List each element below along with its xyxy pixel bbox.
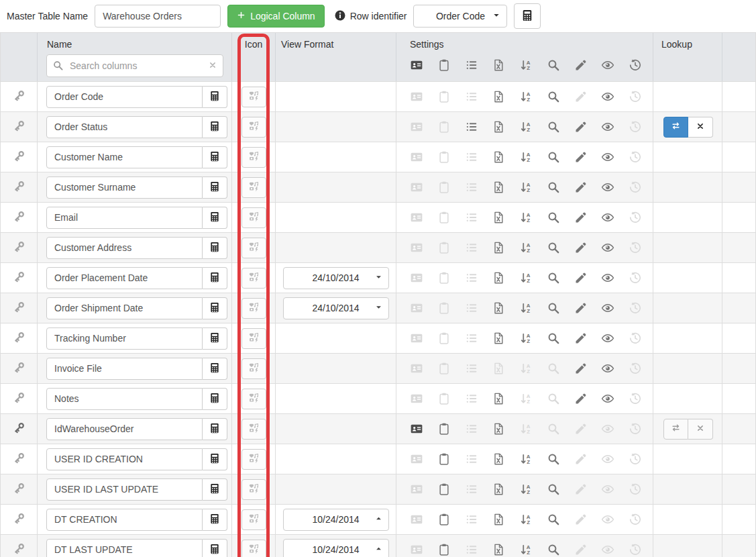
- list-toggle[interactable]: [465, 271, 478, 285]
- history-toggle[interactable]: [629, 150, 642, 164]
- id-card-toggle[interactable]: [410, 211, 423, 224]
- pencil-toggle[interactable]: [574, 90, 588, 103]
- excel-file-toggle[interactable]: [492, 241, 505, 254]
- search-icon[interactable]: [547, 58, 560, 72]
- icon-picker-button[interactable]: [241, 449, 266, 470]
- sort-alpha-toggle[interactable]: AZ: [519, 271, 533, 285]
- icon-picker-button[interactable]: [241, 177, 266, 198]
- icon-picker-button[interactable]: [241, 268, 266, 289]
- clipboard-toggle[interactable]: [437, 211, 451, 224]
- pencil-toggle[interactable]: [574, 543, 588, 556]
- icon-picker-button[interactable]: [241, 509, 266, 530]
- search-columns-input[interactable]: [46, 54, 223, 77]
- id-card-toggle[interactable]: [410, 452, 423, 466]
- eye-toggle[interactable]: [601, 271, 614, 285]
- excel-file-toggle[interactable]: [492, 150, 505, 164]
- eye-toggle[interactable]: [601, 120, 614, 134]
- eye-toggle[interactable]: [601, 241, 614, 254]
- formula-button[interactable]: [203, 267, 227, 289]
- list-toggle[interactable]: [465, 452, 478, 466]
- excel-file-toggle[interactable]: [492, 483, 505, 496]
- pencil-toggle[interactable]: [574, 452, 588, 466]
- icon-picker-button[interactable]: [241, 540, 266, 557]
- clipboard-toggle[interactable]: [437, 422, 451, 436]
- eye-toggle[interactable]: [601, 422, 614, 436]
- master-table-name-input[interactable]: [95, 5, 221, 28]
- column-name-input[interactable]: [46, 358, 203, 380]
- pencil-toggle[interactable]: [574, 513, 588, 526]
- search-toggle[interactable]: [547, 301, 560, 315]
- list-toggle[interactable]: [465, 422, 478, 436]
- search-toggle[interactable]: [547, 120, 560, 134]
- search-toggle[interactable]: [547, 150, 560, 164]
- lookup-remove-button[interactable]: [688, 419, 713, 440]
- icon-picker-button[interactable]: [241, 389, 266, 409]
- history-toggle[interactable]: [629, 422, 642, 436]
- pencil-toggle[interactable]: [574, 181, 588, 194]
- sort-alpha-toggle[interactable]: AZ: [519, 362, 533, 375]
- excel-file-toggle[interactable]: [492, 332, 505, 345]
- history-toggle[interactable]: [629, 483, 642, 496]
- icon-picker-button[interactable]: [241, 207, 266, 228]
- excel-file-toggle[interactable]: [492, 90, 505, 103]
- search-toggle[interactable]: [547, 90, 560, 103]
- history-toggle[interactable]: [629, 120, 642, 134]
- formula-button[interactable]: [203, 539, 227, 557]
- pencil-icon[interactable]: [574, 58, 588, 72]
- id-card-icon[interactable]: [410, 58, 423, 72]
- column-name-input[interactable]: [46, 509, 203, 531]
- formula-button[interactable]: [203, 327, 227, 350]
- sort-alpha-toggle[interactable]: AZ: [519, 452, 533, 466]
- search-toggle[interactable]: [547, 211, 560, 224]
- history-toggle[interactable]: [629, 452, 642, 466]
- icon-picker-button[interactable]: [241, 358, 266, 379]
- list-toggle[interactable]: [465, 120, 478, 134]
- history-toggle[interactable]: [629, 392, 642, 405]
- row-identifier-select[interactable]: Order Code: [413, 5, 507, 28]
- lookup-swap-button[interactable]: [663, 117, 688, 138]
- search-toggle[interactable]: [547, 513, 560, 526]
- view-format-select[interactable]: 24/10/2014: [283, 297, 389, 319]
- formula-button[interactable]: [203, 358, 227, 380]
- id-card-toggle[interactable]: [410, 543, 423, 556]
- column-name-input[interactable]: [46, 478, 203, 501]
- search-toggle[interactable]: [547, 543, 560, 556]
- clipboard-toggle[interactable]: [437, 241, 451, 254]
- id-card-toggle[interactable]: [410, 483, 423, 496]
- pencil-toggle[interactable]: [574, 483, 588, 496]
- id-card-toggle[interactable]: [410, 513, 423, 526]
- eye-toggle[interactable]: [601, 452, 614, 466]
- formula-button[interactable]: [203, 86, 227, 108]
- id-card-toggle[interactable]: [410, 120, 423, 134]
- icon-picker-button[interactable]: [241, 238, 266, 258]
- pencil-toggle[interactable]: [574, 301, 588, 315]
- pencil-toggle[interactable]: [574, 422, 588, 436]
- clipboard-toggle[interactable]: [437, 483, 451, 496]
- list-toggle[interactable]: [465, 181, 478, 194]
- formula-button[interactable]: [203, 207, 227, 229]
- column-name-input[interactable]: [46, 86, 203, 108]
- pencil-toggle[interactable]: [574, 392, 588, 405]
- excel-file-toggle[interactable]: [492, 513, 505, 526]
- formula-button[interactable]: [203, 509, 227, 531]
- formula-button[interactable]: [203, 176, 227, 199]
- formula-button[interactable]: [203, 418, 227, 440]
- clipboard-toggle[interactable]: [437, 452, 451, 466]
- list-toggle[interactable]: [465, 513, 478, 526]
- clipboard-toggle[interactable]: [437, 392, 451, 405]
- column-name-input[interactable]: [46, 418, 203, 440]
- formula-button[interactable]: [203, 297, 227, 319]
- clipboard-toggle[interactable]: [437, 271, 451, 285]
- eye-toggle[interactable]: [601, 211, 614, 224]
- sort-alpha-toggle[interactable]: AZ: [519, 543, 533, 556]
- clipboard-toggle[interactable]: [437, 513, 451, 526]
- history-toggle[interactable]: [629, 90, 642, 103]
- id-card-toggle[interactable]: [410, 150, 423, 164]
- list-toggle[interactable]: [465, 392, 478, 405]
- view-format-select[interactable]: 10/24/2014: [283, 539, 389, 557]
- id-card-toggle[interactable]: [410, 362, 423, 375]
- list-toggle[interactable]: [465, 332, 478, 345]
- sort-alpha-toggle[interactable]: AZ: [519, 181, 533, 194]
- search-toggle[interactable]: [547, 362, 560, 375]
- search-toggle[interactable]: [547, 271, 560, 285]
